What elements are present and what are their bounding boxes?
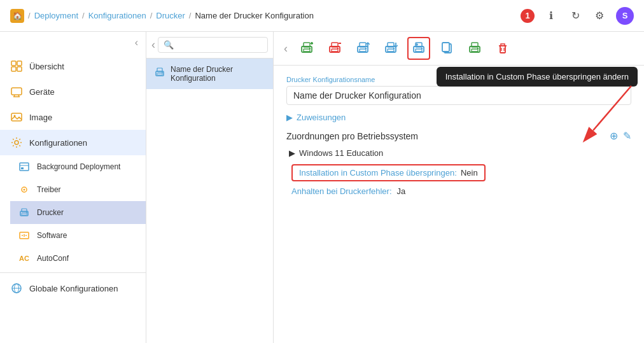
breadcrumb: 🏠 / Deployment / Konfigurationen / Druck… bbox=[10, 9, 314, 23]
software-label: Software bbox=[37, 231, 67, 240]
breadcrumb-drucker[interactable]: Drucker bbox=[156, 11, 185, 20]
sidebar-collapse-button[interactable]: ‹ bbox=[135, 37, 138, 48]
sidebar-divider bbox=[0, 272, 146, 273]
svg-line-68 bbox=[593, 86, 631, 130]
gerate-label: Geräte bbox=[29, 87, 55, 97]
autoconf-label: AutoConf bbox=[37, 254, 69, 263]
svg-point-30 bbox=[162, 72, 163, 73]
sidebar-sub: Background Deployment Treiber Drucker So… bbox=[0, 155, 146, 270]
content-area: ‹ 🔍 Name der DruckerKonfiguration ‹ bbox=[146, 32, 644, 343]
anhalten-value: Ja bbox=[397, 186, 406, 196]
sidebar-item-ubersicht[interactable]: Übersicht bbox=[0, 53, 146, 79]
ubersicht-icon bbox=[10, 60, 23, 73]
notification-badge[interactable]: 1 bbox=[521, 9, 535, 23]
sidebar-item-drucker[interactable]: Drucker bbox=[10, 201, 146, 224]
list-item-printer-icon bbox=[154, 67, 165, 81]
sidebar-item-image[interactable]: Image bbox=[0, 104, 146, 130]
home-icon[interactable]: 🏠 bbox=[10, 9, 24, 23]
install-custom-phase-row: Installation in Custom Phase überspringe… bbox=[291, 164, 631, 181]
breadcrumb-sep-0: / bbox=[28, 11, 31, 20]
sidebar-item-konfigurationen[interactable]: Konfigurationen bbox=[0, 130, 146, 155]
header-icons: 1 ℹ ↻ ⚙ S bbox=[521, 7, 634, 25]
sidebar-item-software[interactable]: Software bbox=[10, 224, 146, 247]
copy-button[interactable] bbox=[435, 37, 458, 60]
svg-rect-29 bbox=[157, 73, 162, 75]
windows-expand-icon: ▶ bbox=[289, 148, 295, 158]
svg-rect-2 bbox=[11, 67, 16, 71]
svg-rect-44 bbox=[360, 49, 366, 52]
svg-point-19 bbox=[26, 212, 27, 213]
svg-rect-62 bbox=[472, 49, 478, 52]
import-button[interactable] bbox=[379, 37, 402, 60]
header: 🏠 / Deployment / Konfigurationen / Druck… bbox=[0, 0, 644, 32]
breadcrumb-deployment[interactable]: Deployment bbox=[34, 11, 78, 20]
svg-rect-18 bbox=[22, 213, 27, 215]
list-item-drucker-config[interactable]: Name der DruckerKonfiguration bbox=[146, 59, 273, 89]
anhalten-label: Anhalten bei Druckerfehler: bbox=[291, 186, 392, 196]
detail-back-button[interactable]: ‹ bbox=[284, 42, 288, 55]
sidebar: ‹ Übersicht Geräte Image Konfigurationen bbox=[0, 32, 146, 343]
user-avatar[interactable]: S bbox=[616, 7, 634, 25]
install-value: Nein bbox=[461, 168, 478, 178]
sidebar-item-autoconf[interactable]: AC AutoConf bbox=[10, 247, 146, 270]
svg-point-10 bbox=[15, 141, 18, 144]
ubersicht-label: Übersicht bbox=[29, 62, 64, 71]
konfigurationen-icon bbox=[10, 136, 23, 149]
background-icon bbox=[18, 160, 31, 173]
svg-rect-8 bbox=[11, 113, 22, 121]
svg-rect-1 bbox=[17, 61, 22, 66]
breadcrumb-sep-1: / bbox=[82, 11, 85, 20]
zuweisungen-header[interactable]: ▶ Zuweisungen bbox=[286, 113, 631, 122]
settings-icon[interactable]: ⚙ bbox=[592, 8, 607, 24]
svg-point-50 bbox=[393, 48, 395, 49]
printer-remove-button[interactable] bbox=[323, 37, 346, 60]
export-button[interactable] bbox=[351, 37, 374, 60]
printer-add-button[interactable] bbox=[295, 37, 318, 60]
windows-label: Windows 11 Education bbox=[299, 148, 383, 158]
install-custom-phase-highlighted: Installation in Custom Phase überspringe… bbox=[291, 164, 486, 181]
breadcrumb-sep-2: / bbox=[150, 11, 153, 20]
zuordnungen-title: Zuordnungen pro Betriebssystem bbox=[286, 131, 418, 141]
list-panel-back-button[interactable]: ‹ bbox=[151, 38, 155, 52]
delete-button[interactable] bbox=[491, 37, 514, 60]
sidebar-item-gerate[interactable]: Geräte bbox=[0, 79, 146, 104]
sidebar-item-treiber[interactable]: Treiber bbox=[10, 178, 146, 201]
sidebar-item-background[interactable]: Background Deployment bbox=[10, 155, 146, 178]
svg-rect-33 bbox=[304, 49, 310, 52]
background-label: Background Deployment bbox=[37, 162, 120, 171]
windows-subsection[interactable]: ▶ Windows 11 Education bbox=[289, 148, 631, 158]
drucker-label: Drucker bbox=[37, 208, 64, 217]
list-panel-header: ‹ 🔍 bbox=[146, 32, 273, 59]
sidebar-toggle: ‹ bbox=[0, 32, 146, 53]
zuweisungen-expand-icon: ▶ bbox=[286, 113, 293, 122]
drucker-config-field-value: Name der Drucker Konfiguration bbox=[286, 86, 631, 105]
globale-icon bbox=[10, 282, 23, 295]
image-icon bbox=[10, 111, 23, 123]
svg-point-55 bbox=[421, 48, 423, 49]
search-icon: 🔍 bbox=[164, 40, 174, 50]
svg-rect-13 bbox=[21, 167, 24, 169]
breadcrumb-sep-3: / bbox=[189, 11, 192, 20]
list-item-label: Name der DruckerKonfiguration bbox=[171, 65, 233, 83]
svg-rect-54 bbox=[416, 49, 422, 52]
svg-rect-59 bbox=[442, 43, 449, 52]
image-label: Image bbox=[29, 113, 52, 122]
gerate-icon bbox=[10, 85, 23, 98]
tooltip-container: Installation in Custom Phase überspringe… bbox=[437, 67, 638, 87]
custom-phase-button[interactable] bbox=[407, 37, 430, 60]
svg-point-45 bbox=[365, 48, 367, 49]
sidebar-item-globale[interactable]: Globale Konfigurationen bbox=[0, 276, 146, 301]
svg-rect-3 bbox=[17, 67, 22, 71]
info-icon[interactable]: ℹ bbox=[543, 8, 559, 24]
main-layout: ‹ Übersicht Geräte Image Konfigurationen bbox=[0, 32, 644, 343]
breadcrumb-konfigurationen[interactable]: Konfigurationen bbox=[88, 11, 146, 20]
svg-rect-0 bbox=[11, 61, 16, 66]
refresh-icon[interactable]: ↻ bbox=[568, 8, 583, 24]
detail-toolbar: ‹ bbox=[274, 32, 644, 66]
printer-export-button[interactable] bbox=[463, 37, 486, 60]
autoconf-icon: AC bbox=[18, 252, 31, 265]
search-input[interactable] bbox=[176, 41, 262, 50]
search-box: 🔍 bbox=[158, 37, 268, 53]
svg-point-40 bbox=[337, 48, 339, 49]
svg-rect-64 bbox=[500, 46, 505, 53]
